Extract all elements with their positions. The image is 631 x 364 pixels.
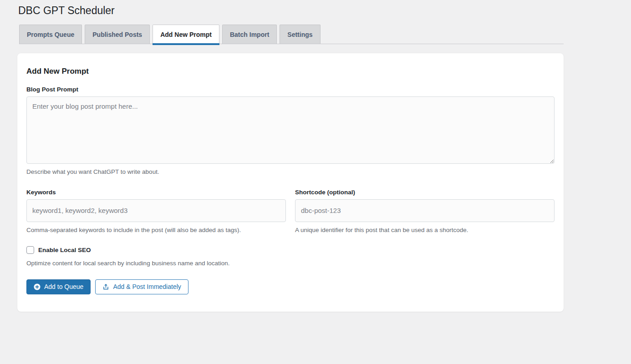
shortcode-input[interactable]: [295, 199, 555, 222]
tab-prompts-queue[interactable]: Prompts Queue: [19, 25, 82, 44]
tab-published-posts[interactable]: Published Posts: [85, 25, 150, 44]
shortcode-label: Shortcode (optional): [295, 189, 555, 196]
upload-icon: [102, 283, 109, 290]
page-title: DBC GPT Scheduler: [18, 0, 631, 18]
keywords-help-text: Comma-separated keywords to include in t…: [26, 227, 286, 233]
card-heading: Add New Prompt: [26, 67, 555, 76]
add-post-immediately-label: Add & Post Immediately: [113, 283, 181, 290]
keywords-label: Keywords: [26, 189, 286, 196]
tab-settings[interactable]: Settings: [280, 25, 320, 44]
tab-bar: Prompts Queue Published Posts Add New Pr…: [19, 25, 564, 44]
tab-add-new-prompt[interactable]: Add New Prompt: [153, 25, 219, 44]
add-to-queue-button[interactable]: Add to Queue: [26, 279, 91, 294]
local-seo-help-text: Optimize content for local search by inc…: [26, 260, 555, 267]
shortcode-help-text: A unique identifier for this post that c…: [295, 227, 555, 233]
local-seo-row: Enable Local SEO: [26, 246, 555, 254]
plus-circle-icon: [34, 283, 41, 290]
add-new-prompt-card: Add New Prompt Blog Post Prompt Describe…: [17, 53, 564, 312]
enable-local-seo-label: Enable Local SEO: [38, 247, 91, 253]
blog-post-prompt-textarea[interactable]: [26, 96, 555, 164]
add-to-queue-label: Add to Queue: [44, 283, 83, 290]
prompt-help-text: Describe what you want ChatGPT to write …: [26, 168, 555, 175]
enable-local-seo-checkbox[interactable]: [26, 246, 34, 254]
keywords-input[interactable]: [26, 199, 286, 222]
shortcode-field-group: Shortcode (optional) A unique identifier…: [295, 189, 555, 233]
keywords-field-group: Keywords Comma-separated keywords to inc…: [26, 189, 286, 233]
blog-post-prompt-label: Blog Post Prompt: [26, 86, 555, 93]
form-actions: Add to Queue Add & Post Immediately: [26, 279, 555, 294]
keywords-shortcode-row: Keywords Comma-separated keywords to inc…: [26, 189, 555, 233]
add-post-immediately-button[interactable]: Add & Post Immediately: [95, 279, 188, 294]
tab-batch-import[interactable]: Batch Import: [222, 25, 277, 44]
